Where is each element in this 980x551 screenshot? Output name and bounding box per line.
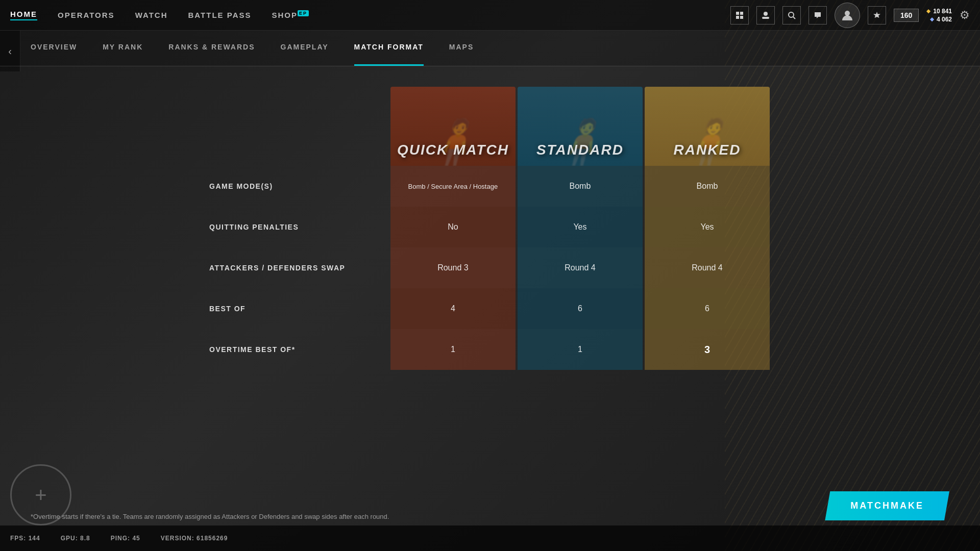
gpu-stat: GPU: 8.8: [61, 535, 90, 542]
fps-stat: FPS: 144: [10, 535, 40, 542]
matchmake-button[interactable]: MATCHMAKE: [825, 491, 949, 520]
nav-home[interactable]: HOME: [10, 10, 37, 20]
svg-point-8: [845, 11, 850, 16]
svg-line-7: [793, 17, 795, 19]
tab-match-format[interactable]: MATCH FORMAT: [354, 31, 424, 66]
quick-match-title: QUICK MATCH: [397, 142, 509, 158]
controller-icon: +: [35, 484, 46, 507]
version-stat: VERSION: 61856269: [161, 535, 228, 542]
currency-display: ◆ 10 841 ◆ 4 062: [926, 8, 952, 23]
credits-icon: ◆: [930, 16, 934, 22]
svg-rect-2: [736, 16, 739, 19]
svg-point-6: [789, 12, 794, 17]
settings-button[interactable]: ⚙: [960, 9, 970, 22]
comparison-table: GAME MODE(S) QUITTING PENALTIES ATTACKER…: [209, 87, 771, 541]
row-labels-column: GAME MODE(S) QUITTING PENALTIES ATTACKER…: [209, 87, 389, 541]
label-game-modes: GAME MODE(S): [209, 166, 389, 207]
tab-gameplay[interactable]: GAMEPLAY: [281, 31, 329, 66]
tab-maps[interactable]: MAPS: [449, 31, 474, 66]
ranked-game-modes: Bomb: [645, 166, 770, 207]
standard-header: 🧍 STANDARD: [518, 87, 643, 166]
standard-overtime: 1: [518, 329, 643, 370]
label-overtime: OVERTIME BEST OF*: [209, 329, 389, 370]
svg-point-4: [764, 12, 768, 16]
ranked-attackers-swap: Round 4: [645, 247, 770, 288]
label-attackers-defenders: ATTACKERS / DEFENDERS SWAP: [209, 247, 389, 288]
tab-my-rank[interactable]: MY RANK: [103, 31, 143, 66]
quick-game-modes: Bomb / Secure Area / Hostage: [390, 166, 516, 207]
achievements-button[interactable]: [868, 6, 886, 24]
quick-quitting-penalties: No: [390, 207, 516, 247]
ranked-best-of: 6: [645, 288, 770, 329]
tab-ranks-rewards[interactable]: RANKS & REWARDS: [168, 31, 255, 66]
controller-hud: +: [10, 464, 71, 525]
standard-game-modes: Bomb: [518, 166, 643, 207]
top-navigation: HOME OPERATORS WATCH BATTLE PASS SHOPEP …: [0, 0, 980, 31]
column-ranked: 🧍 RANKED Bomb Yes Round 4 6 3: [645, 87, 770, 541]
bottom-stats-bar: FPS: 144 GPU: 8.8 PING: 45 VERSION: 6185…: [0, 525, 980, 551]
comparison-table-container: GAME MODE(S) QUITTING PENALTIES ATTACKER…: [31, 87, 949, 541]
shop-badge: EP: [298, 10, 309, 16]
ping-stat: PING: 45: [111, 535, 140, 542]
chat-button[interactable]: [808, 6, 827, 24]
ranked-overtime: 3: [645, 329, 770, 370]
footnote-text: *Overtime starts if there's a tie. Teams…: [31, 513, 878, 520]
renown-amount: 10 841: [933, 8, 952, 15]
nav-operators[interactable]: OPERATORS: [58, 11, 115, 19]
standard-title: STANDARD: [536, 142, 624, 158]
nav-battlepass[interactable]: BATTLE PASS: [188, 11, 252, 19]
standard-best-of: 6: [518, 288, 643, 329]
nav-watch[interactable]: WATCH: [135, 11, 168, 19]
renown-icon: ◆: [926, 8, 930, 14]
svg-rect-0: [736, 12, 739, 15]
label-best-of: BEST OF: [209, 288, 389, 329]
squad-button[interactable]: [730, 6, 749, 24]
nav-links: HOME OPERATORS WATCH BATTLE PASS SHOPEP: [10, 10, 309, 20]
svg-rect-1: [740, 12, 743, 15]
standard-quitting-penalties: Yes: [518, 207, 643, 247]
main-content: GAME MODE(S) QUITTING PENALTIES ATTACKER…: [0, 66, 980, 551]
quick-overtime: 1: [390, 329, 516, 370]
column-quick-match: 🧍 QUICK MATCH Bomb / Secure Area / Hosta…: [390, 87, 516, 541]
svg-rect-3: [740, 16, 743, 19]
quick-attackers-swap: Round 3: [390, 247, 516, 288]
quick-best-of: 4: [390, 288, 516, 329]
sub-navigation: OVERVIEW MY RANK RANKS & REWARDS GAMEPLA…: [0, 31, 980, 66]
ranked-quitting-penalties: Yes: [645, 207, 770, 247]
label-quitting-penalties: QUITTING PENALTIES: [209, 207, 389, 247]
search-button[interactable]: [782, 6, 801, 24]
ranked-header: 🧍 RANKED: [645, 87, 770, 166]
nav-shop[interactable]: SHOPEP: [272, 11, 309, 19]
credits-amount: 4 062: [937, 16, 952, 23]
standard-attackers-swap: Round 4: [518, 247, 643, 288]
controller-circle: +: [10, 464, 71, 525]
party-button[interactable]: [756, 6, 775, 24]
ranked-title: RANKED: [674, 142, 741, 158]
svg-rect-5: [762, 17, 769, 19]
user-avatar[interactable]: [835, 3, 860, 28]
nav-right-controls: 160 ◆ 10 841 ◆ 4 062 ⚙: [730, 3, 970, 28]
tab-overview[interactable]: OVERVIEW: [31, 31, 77, 66]
rank-level: 160: [894, 9, 919, 22]
quick-match-header: 🧍 QUICK MATCH: [390, 87, 516, 166]
column-standard: 🧍 STANDARD Bomb Yes Round 4 6 1: [518, 87, 643, 541]
